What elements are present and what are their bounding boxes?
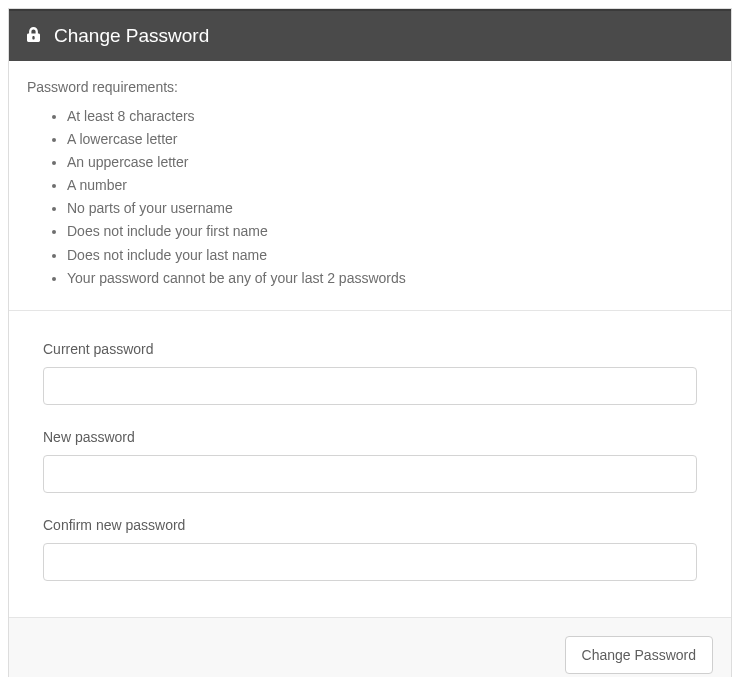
current-password-label: Current password: [43, 341, 697, 357]
new-password-label: New password: [43, 429, 697, 445]
requirement-item: Does not include your last name: [67, 244, 713, 267]
lock-icon: [27, 27, 40, 46]
confirm-password-group: Confirm new password: [43, 517, 697, 581]
confirm-password-input[interactable]: [43, 543, 697, 581]
change-password-panel: Change Password Password requirements: A…: [8, 8, 732, 677]
panel-title: Change Password: [54, 25, 209, 47]
requirement-item: No parts of your username: [67, 197, 713, 220]
requirements-list: At least 8 characters A lowercase letter…: [27, 105, 713, 290]
new-password-input[interactable]: [43, 455, 697, 493]
form-section: Current password New password Confirm ne…: [9, 311, 731, 618]
panel-footer: Change Password: [9, 618, 731, 677]
new-password-group: New password: [43, 429, 697, 493]
requirement-item: Your password cannot be any of your last…: [67, 267, 713, 290]
requirement-item: A number: [67, 174, 713, 197]
requirement-item: A lowercase letter: [67, 128, 713, 151]
change-password-button[interactable]: Change Password: [565, 636, 713, 674]
requirement-item: An uppercase letter: [67, 151, 713, 174]
requirements-section: Password requirements: At least 8 charac…: [9, 61, 731, 311]
requirement-item: Does not include your first name: [67, 220, 713, 243]
current-password-input[interactable]: [43, 367, 697, 405]
panel-header: Change Password: [9, 9, 731, 61]
requirements-intro: Password requirements:: [27, 79, 713, 95]
requirement-item: At least 8 characters: [67, 105, 713, 128]
current-password-group: Current password: [43, 341, 697, 405]
confirm-password-label: Confirm new password: [43, 517, 697, 533]
